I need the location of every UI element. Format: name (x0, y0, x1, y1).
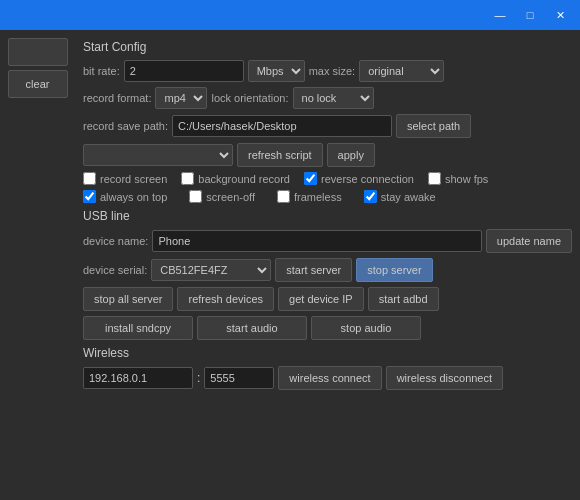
refresh-devices-button[interactable]: refresh devices (177, 287, 274, 311)
wireless-disconnect-button[interactable]: wireless disconnect (386, 366, 503, 390)
record-format-select[interactable]: mp4 mkv flv (155, 87, 207, 109)
stay-awake-checkbox[interactable] (364, 190, 377, 203)
right-panel: Start Config bit rate: Mbps max size: or… (75, 30, 580, 500)
save-path-label: record save path: (83, 120, 168, 132)
reverse-connection-checkbox-group: reverse connection (304, 172, 414, 185)
bitrate-input[interactable] (124, 60, 244, 82)
script-select[interactable] (83, 144, 233, 166)
reverse-connection-label: reverse connection (321, 173, 414, 185)
screen-off-checkbox-group: screen-off (189, 190, 255, 203)
stay-awake-label: stay awake (381, 191, 436, 203)
show-fps-label: show fps (445, 173, 488, 185)
save-path-row: record save path: select path (83, 114, 572, 138)
checkbox-row-2: always on top screen-off frameless stay … (83, 190, 572, 203)
bitrate-row: bit rate: Mbps max size: original 1920x1… (83, 60, 572, 82)
record-format-label: record format: (83, 92, 151, 104)
lock-orientation-select[interactable]: no lock portrait landscape (293, 87, 374, 109)
frameless-label: frameless (294, 191, 342, 203)
record-screen-label: record screen (100, 173, 167, 185)
minimize-button[interactable]: — (488, 6, 512, 24)
format-row: record format: mp4 mkv flv lock orientat… (83, 87, 572, 109)
screen-off-label: screen-off (206, 191, 255, 203)
clear-button[interactable]: clear (8, 70, 68, 98)
install-sndcpy-button[interactable]: install sndcpy (83, 316, 193, 340)
maxsize-select[interactable]: original 1920x1080 1280x720 960x540 (359, 60, 444, 82)
background-record-label: background record (198, 173, 290, 185)
title-bar: — □ ✕ (0, 0, 580, 30)
bitrate-label: bit rate: (83, 65, 120, 77)
always-on-top-checkbox[interactable] (83, 190, 96, 203)
stay-awake-checkbox-group: stay awake (364, 190, 436, 203)
update-name-button[interactable]: update name (486, 229, 572, 253)
maxsize-label: max size: (309, 65, 355, 77)
frameless-checkbox[interactable] (277, 190, 290, 203)
background-record-checkbox[interactable] (181, 172, 194, 185)
apply-button[interactable]: apply (327, 143, 375, 167)
always-on-top-label: always on top (100, 191, 167, 203)
always-on-top-checkbox-group: always on top (83, 190, 167, 203)
port-separator: : (197, 371, 200, 385)
left-button-1[interactable] (8, 38, 68, 66)
screen-off-checkbox[interactable] (189, 190, 202, 203)
script-row: refresh script apply (83, 143, 572, 167)
start-audio-button[interactable]: start audio (197, 316, 307, 340)
device-name-label: device name: (83, 235, 148, 247)
title-bar-buttons: — □ ✕ (488, 6, 572, 24)
main-content: clear Start Config bit rate: Mbps max si… (0, 30, 580, 500)
mbps-select[interactable]: Mbps (248, 60, 305, 82)
device-name-row: device name: update name (83, 229, 572, 253)
wireless-row: : wireless connect wireless disconnect (83, 366, 572, 390)
stop-all-server-button[interactable]: stop all server (83, 287, 173, 311)
wireless-title: Wireless (83, 346, 572, 360)
background-record-checkbox-group: background record (181, 172, 290, 185)
maximize-button[interactable]: □ (518, 6, 542, 24)
record-screen-checkbox[interactable] (83, 172, 96, 185)
refresh-script-button[interactable]: refresh script (237, 143, 323, 167)
device-serial-label: device serial: (83, 264, 147, 276)
save-path-input[interactable] (172, 115, 392, 137)
show-fps-checkbox-group: show fps (428, 172, 488, 185)
usb-line-title: USB line (83, 209, 572, 223)
device-serial-row: device serial: CB512FE4FZ start server s… (83, 258, 572, 282)
left-panel: clear (0, 30, 75, 500)
device-name-input[interactable] (152, 230, 481, 252)
device-serial-select[interactable]: CB512FE4FZ (151, 259, 271, 281)
select-path-button[interactable]: select path (396, 114, 471, 138)
frameless-checkbox-group: frameless (277, 190, 342, 203)
wireless-ip-input[interactable] (83, 367, 193, 389)
start-config-title: Start Config (83, 40, 572, 54)
close-button[interactable]: ✕ (548, 6, 572, 24)
wireless-connect-button[interactable]: wireless connect (278, 366, 381, 390)
reverse-connection-checkbox[interactable] (304, 172, 317, 185)
start-server-button[interactable]: start server (275, 258, 352, 282)
stop-audio-button[interactable]: stop audio (311, 316, 421, 340)
wireless-port-input[interactable] (204, 367, 274, 389)
audio-buttons-row: install sndcpy start audio stop audio (83, 316, 572, 340)
lock-orientation-label: lock orientation: (211, 92, 288, 104)
checkbox-row-1: record screen background record reverse … (83, 172, 572, 185)
server-buttons-row: stop all server refresh devices get devi… (83, 287, 572, 311)
start-adbd-button[interactable]: start adbd (368, 287, 439, 311)
get-device-ip-button[interactable]: get device IP (278, 287, 364, 311)
show-fps-checkbox[interactable] (428, 172, 441, 185)
stop-server-button[interactable]: stop server (356, 258, 432, 282)
record-screen-checkbox-group: record screen (83, 172, 167, 185)
